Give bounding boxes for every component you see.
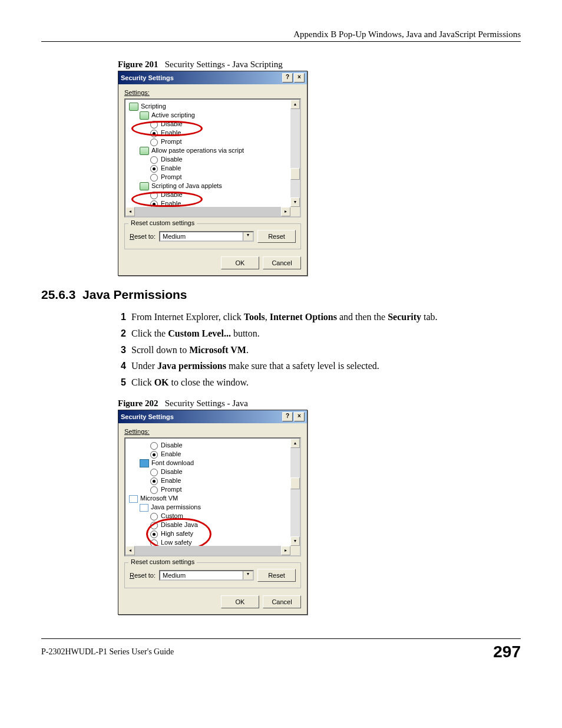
vertical-scrollbar[interactable]: ▴ ▾ [290,100,300,207]
radio-disable-java[interactable]: Disable Java [127,521,299,529]
figure-202-text: Security Settings - Java [165,398,248,408]
radio-disable-fd[interactable]: Disable [127,467,299,476]
tree-scripting-applets[interactable]: Scripting of Java applets [127,182,299,190]
script-icon [140,147,149,155]
font-icon [140,459,149,467]
vm-icon [140,504,148,512]
radio-high-safety[interactable]: High safety [127,529,299,538]
horizontal-scrollbar[interactable]: ◂ ▸ [125,207,300,216]
tree-scripting[interactable]: Scripting [127,102,299,111]
radio-disable-3[interactable]: Disable [127,190,299,199]
settings-label: Settings: [124,89,301,96]
scroll-left-icon[interactable]: ◂ [125,207,135,216]
radio-prompt-fd[interactable]: Prompt [127,485,299,494]
reset-to-combo-2[interactable]: Medium ▾ [159,570,254,581]
appendix-header: Appendix B Pop-Up Windows, Java and Java… [41,29,521,39]
vm-icon [129,495,138,503]
tree-active-scripting[interactable]: Active scripting [127,111,299,120]
footer-guide: P-2302HWUDL-P1 Series User's Guide [41,647,174,657]
reset-fieldset-2: Reset custom settings Reset to: Medium ▾… [124,562,301,588]
figure-201-text: Security Settings - Java Scripting [165,60,283,69]
reset-fieldset: Reset custom settings Reset to: Medium ▾… [124,223,301,249]
figure-202-caption: Figure 202 Security Settings - Java [118,398,521,409]
scroll-up-icon[interactable]: ▴ [290,100,300,109]
titlebar: Security Settings ? × [118,71,307,84]
help-button-2[interactable]: ? [282,412,293,421]
tree-java-permissions[interactable]: Java permissions [127,503,299,512]
reset-to-label-2: Reset to: [130,572,156,579]
security-settings-dialog-2: Security Settings ? × Settings: Disable … [118,410,308,615]
radio-disable-2[interactable]: Disable [127,155,299,164]
script-icon [140,111,149,120]
radio-enable-2[interactable]: Enable [127,164,299,173]
ok-button-2[interactable]: OK [221,595,259,608]
radio-enable-fd[interactable]: Enable [127,476,299,485]
scroll-right-icon[interactable]: ▸ [281,207,290,216]
settings-label-2: Settings: [124,428,301,435]
step-2: 2Click the Custom Level... button. [121,328,521,340]
reset-legend: Reset custom settings [128,219,197,226]
step-5: 5Click OK to close the window. [121,377,521,389]
figure-201-caption: Figure 201 Security Settings - Java Scri… [118,60,521,70]
titlebar-2: Security Settings ? × [118,410,307,423]
radio-enable-f2[interactable]: Enable [127,450,299,459]
script-icon [129,103,138,111]
dialog-title-2: Security Settings [121,413,174,420]
divider [41,41,521,42]
tree-micro[interactable]: Micro... [127,556,299,556]
security-settings-dialog-1: Security Settings ? × Settings: Scriptin… [118,71,308,276]
script-icon [140,182,149,190]
reset-button[interactable]: Reset [257,230,296,243]
scroll-right-icon[interactable]: ▸ [281,546,290,555]
reset-button-2[interactable]: Reset [257,569,296,582]
step-3: 3Scroll down to Microsoft VM. [121,344,521,357]
figure-201-label: Figure 201 [118,60,158,69]
radio-enable[interactable]: Enable [127,129,299,137]
scroll-down-icon[interactable]: ▾ [290,197,300,207]
tree-microsoft-vm[interactable]: Microsoft VM [127,494,299,503]
dialog-title: Security Settings [121,74,174,81]
help-button[interactable]: ? [282,73,293,83]
chevron-down-icon[interactable]: ▾ [243,232,253,241]
step-4: 4Under Java permissions make sure that a… [121,360,521,373]
tree-font-download[interactable]: Font download [127,459,299,467]
scroll-left-icon[interactable]: ◂ [125,546,135,555]
radio-disable-f2[interactable]: Disable [127,441,299,450]
horizontal-scrollbar-2[interactable]: ◂ ▸ [125,546,300,555]
vertical-scrollbar-2[interactable]: ▴ ▾ [290,439,300,546]
step-1: 1From Internet Explorer, click Tools, In… [121,311,521,324]
close-button-2[interactable]: × [294,412,305,421]
cancel-button[interactable]: Cancel [263,256,301,269]
ok-button[interactable]: OK [221,256,259,269]
tree-allow-paste[interactable]: Allow paste operations via script [127,146,299,155]
cancel-button-2[interactable]: Cancel [263,595,301,608]
reset-to-label: Reset to: [130,233,156,240]
reset-legend-2: Reset custom settings [128,558,197,565]
radio-prompt-2[interactable]: Prompt [127,173,299,182]
figure-202-label: Figure 202 [118,398,158,408]
radio-custom[interactable]: Custom [127,512,299,521]
radio-prompt[interactable]: Prompt [127,137,299,146]
page-number: 297 [493,643,521,661]
radio-disable[interactable]: Disable [127,120,299,129]
section-heading: 25.6.3 Java Permissions [41,288,521,302]
reset-to-combo[interactable]: Medium ▾ [159,231,254,242]
scroll-up-icon[interactable]: ▴ [290,439,300,448]
tree-user-auth[interactable]: User Authentication [127,217,299,218]
chevron-down-icon[interactable]: ▾ [243,571,253,579]
scroll-down-icon[interactable]: ▾ [290,536,300,546]
close-button[interactable]: × [294,73,305,83]
